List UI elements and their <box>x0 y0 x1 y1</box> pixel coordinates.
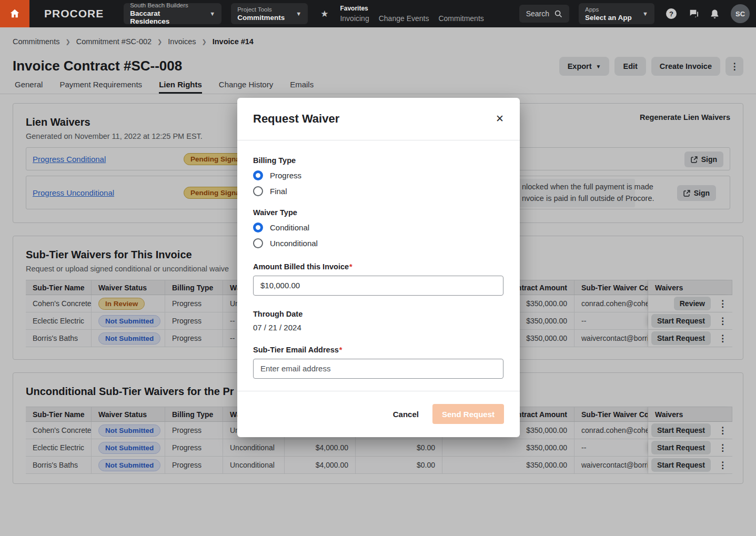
favorite-link-invoicing[interactable]: Invoicing <box>340 14 369 23</box>
tool-selector[interactable]: Project Tools Commitments ▼ <box>231 3 308 24</box>
help-button[interactable]: ? <box>666 8 677 19</box>
favorite-link-change-events[interactable]: Change Events <box>379 14 429 23</box>
radio-selected-icon[interactable] <box>253 170 263 180</box>
modal-body: Billing Type Progress Final Waiver Type … <box>237 140 520 391</box>
favorite-star-icon[interactable]: ★ <box>320 8 328 19</box>
favorites-block: Favorites Invoicing Change Events Commit… <box>340 5 483 23</box>
send-request-button[interactable]: Send Request <box>432 404 504 424</box>
required-asterisk: * <box>349 262 352 271</box>
through-date-label: Through Date <box>253 310 504 318</box>
search-button[interactable]: Search <box>519 5 569 23</box>
home-button[interactable] <box>0 0 29 27</box>
notifications-button[interactable] <box>710 9 719 19</box>
chevron-down-icon: ▼ <box>209 11 215 17</box>
chevron-down-icon: ▼ <box>642 11 648 17</box>
waiver-type-conditional-label: Conditional <box>270 223 309 232</box>
waiver-type-conditional-option[interactable]: Conditional <box>253 223 504 232</box>
waiver-type-unconditional-label: Unconditional <box>270 239 318 248</box>
project-selector[interactable]: South Beach Builders Baccarat Residences… <box>124 3 221 24</box>
amount-billed-input[interactable] <box>253 276 503 296</box>
messages-button[interactable] <box>688 9 699 18</box>
billing-type-label: Billing Type <box>253 156 504 165</box>
amount-billed-label-text: Amount Billed this Invoice <box>253 262 349 271</box>
search-label: Search <box>526 9 549 18</box>
search-icon <box>555 10 562 18</box>
project-selector-value: Baccarat Residences <box>130 9 200 25</box>
amount-billed-label: Amount Billed this Invoice* <box>253 262 504 271</box>
chat-icon <box>688 9 699 18</box>
home-icon <box>9 8 21 19</box>
subtier-email-label-text: Sub-Tier Email Address <box>253 346 339 354</box>
tool-selector-context: Project Tools <box>237 6 285 13</box>
favorites-label: Favorites <box>340 5 483 12</box>
radio-unselected-icon[interactable] <box>253 186 263 196</box>
request-waiver-modal: Request Waiver ✕ Billing Type Progress F… <box>237 98 520 437</box>
waiver-type-label: Waiver Type <box>253 208 504 217</box>
through-date-value: 07 / 21 / 2024 <box>253 323 504 332</box>
project-selector-context: South Beach Builders <box>130 2 200 8</box>
modal-footer: Cancel Send Request <box>237 391 520 437</box>
billing-type-final-option[interactable]: Final <box>253 186 504 196</box>
amount-billed-group: Amount Billed this Invoice* <box>253 262 504 296</box>
radio-unselected-icon[interactable] <box>253 238 263 248</box>
through-date-group: Through Date 07 / 21 / 2024 <box>253 310 504 332</box>
bell-icon <box>710 9 719 19</box>
apps-selector-context: Apps <box>585 6 632 13</box>
subtier-email-group: Sub-Tier Email Address* <box>253 346 504 379</box>
billing-type-final-label: Final <box>270 187 287 196</box>
waiver-type-group: Waiver Type Conditional Unconditional <box>253 208 504 248</box>
tool-selector-value: Commitments <box>237 14 285 22</box>
waiver-type-unconditional-option[interactable]: Unconditional <box>253 238 504 248</box>
modal-header: Request Waiver ✕ <box>237 98 520 140</box>
avatar[interactable]: SC <box>731 4 750 23</box>
billing-type-group: Billing Type Progress Final <box>253 156 504 196</box>
top-nav: PROCORE South Beach Builders Baccarat Re… <box>0 0 756 27</box>
apps-selector-value: Select an App <box>585 14 632 22</box>
procore-logo: PROCORE <box>44 7 104 20</box>
billing-type-progress-option[interactable]: Progress <box>253 170 504 180</box>
modal-title: Request Waiver <box>253 112 339 126</box>
chevron-down-icon: ▼ <box>296 11 301 17</box>
favorite-link-commitments[interactable]: Commitments <box>438 14 483 23</box>
apps-selector[interactable]: Apps Select an App ▼ <box>579 3 654 24</box>
required-asterisk: * <box>339 346 342 354</box>
subtier-email-label: Sub-Tier Email Address* <box>253 346 504 354</box>
subtier-email-input[interactable] <box>253 359 503 379</box>
billing-type-progress-label: Progress <box>270 171 301 180</box>
close-icon[interactable]: ✕ <box>496 113 504 125</box>
cancel-button[interactable]: Cancel <box>393 410 419 419</box>
radio-selected-icon[interactable] <box>253 223 263 232</box>
help-icon: ? <box>666 8 677 19</box>
